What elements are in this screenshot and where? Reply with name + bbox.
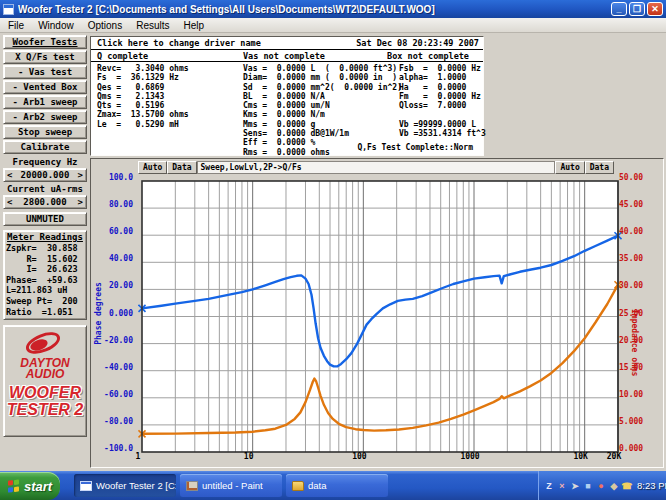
left-data-button[interactable]: Data <box>167 161 196 174</box>
impedance-tick-label: 30.00 <box>619 281 643 290</box>
logo-product-line1: WOOFER <box>4 384 86 401</box>
right-auto-button[interactable]: Auto <box>555 161 584 174</box>
menu-item[interactable]: Options <box>88 20 122 31</box>
mute-button[interactable]: UNMUTED <box>3 212 87 226</box>
taskbar-task-data-folder[interactable]: data <box>286 474 388 497</box>
tray-icon[interactable]: ➤ <box>569 480 581 492</box>
test-button[interactable]: - Arb2 sweep <box>3 110 87 124</box>
taskbar-task-paint[interactable]: untitled - Paint <box>180 474 282 497</box>
frequency-tick-label: 1000 <box>460 452 479 461</box>
close-button[interactable]: ✕ <box>647 2 663 16</box>
parameter-line: Mms = 0.0000 g <box>243 120 402 129</box>
impedance-tick-label: 20.00 <box>619 336 643 345</box>
tray-icon[interactable]: Z <box>543 480 555 492</box>
impedance-tick-label: 35.00 <box>619 254 643 263</box>
test-buttons: X Q/Fs test- Vas test- Vented Box- Arb1 … <box>2 50 89 154</box>
meter-readings-header: Meter Readings <box>6 232 84 242</box>
vas-test-status: Vas not complete <box>243 51 325 61</box>
frequency-decrement[interactable]: < <box>7 169 12 181</box>
sidebar: Woofer Tests X Q/Fs test- Vas test- Vent… <box>2 35 89 469</box>
change-driver-name-button[interactable]: Click here to change driver name <box>97 38 261 48</box>
current-label: Current uA-rms <box>3 184 87 195</box>
menubar: FileWindowOptionsResultsHelp <box>0 18 666 33</box>
frequency-increment[interactable]: > <box>78 169 83 181</box>
left-auto-button[interactable]: Auto <box>138 161 167 174</box>
window-title: Woofer Tester 2 [C:\Documents and Settin… <box>18 4 611 15</box>
task-label: untitled - Paint <box>202 480 263 491</box>
meter-reading-line: Sweep Pt= 200 <box>6 296 84 307</box>
test-button[interactable]: - Vented Box <box>3 80 87 94</box>
tray-icon[interactable]: × <box>556 480 568 492</box>
app-window: Woofer Tester 2 [C:\Documents and Settin… <box>0 0 666 471</box>
chart-toolbar: Auto Data Sweep,LowLvl,2P->Q/Fs Auto Dat… <box>138 161 614 174</box>
impedance-tick-label: 45.00 <box>619 200 643 209</box>
frequency-label: Frequency Hz <box>3 157 87 168</box>
parameter-line: Kms = 0.0000 N/m <box>243 110 402 119</box>
test-button[interactable]: Stop sweep <box>3 125 87 139</box>
phase-tick-label: 80.00 <box>95 200 133 209</box>
meter-reading-line: I= 26.623 <box>6 264 84 275</box>
window-titlebar[interactable]: Woofer Tester 2 [C:\Documents and Settin… <box>0 0 666 18</box>
chart-title: Sweep,LowLvl,2P->Q/Fs <box>197 161 556 174</box>
parameter-line: Qloss= 7.0000 <box>399 101 486 110</box>
start-button[interactable]: start <box>0 472 60 500</box>
phase-tick-label: 20.00 <box>95 281 133 290</box>
menu-item[interactable]: Results <box>136 20 169 31</box>
menu-item[interactable]: Help <box>184 20 205 31</box>
phase-tick-label: 40.00 <box>95 254 133 263</box>
measurement-timestamp: Sat Dec 08 20:23:49 2007 <box>356 38 479 48</box>
current-value: 2800.000 <box>23 196 66 208</box>
tray-icon[interactable]: ☎ <box>621 480 633 492</box>
parameter-line: Ha = 0.0000 <box>399 83 486 92</box>
test-button[interactable]: Calibrate <box>3 140 87 154</box>
windows-flag-icon <box>8 479 20 492</box>
folder-task-icon <box>292 481 304 491</box>
restore-button[interactable]: ❐ <box>629 2 645 16</box>
frequency-tick-label: 10K <box>573 452 587 461</box>
phase-tick-label: 0.000 <box>95 309 133 318</box>
current-increment[interactable]: > <box>78 196 83 208</box>
parameter-line: BL = 0.0000 N/A <box>243 92 402 101</box>
logo-brand-line2: AUDIO <box>4 369 86 380</box>
current-decrement[interactable]: < <box>7 196 12 208</box>
meter-reading-line: Zspkr= 30.858 <box>6 243 84 254</box>
frequency-stepper[interactable]: < 20000.000 > <box>3 168 87 182</box>
impedance-tick-label: 50.00 <box>619 173 643 182</box>
impedance-tick-label: 25.00 <box>619 309 643 318</box>
menu-item[interactable]: Window <box>38 20 74 31</box>
phase-tick-label: 60.00 <box>95 227 133 236</box>
minimize-button[interactable]: _ <box>611 2 627 16</box>
current-stepper[interactable]: < 2800.000 > <box>3 195 87 209</box>
right-data-button[interactable]: Data <box>585 161 614 174</box>
dayton-swoosh-icon <box>23 332 67 358</box>
tray-icon[interactable]: ◆ <box>608 480 620 492</box>
sweep-plot <box>138 177 622 456</box>
taskbar-task-woofer-tester[interactable]: Woofer Tester 2 [C:\... <box>74 474 176 497</box>
driver-parameters-panel: Click here to change driver name Sat Dec… <box>90 36 484 156</box>
menu-item[interactable]: File <box>8 20 24 31</box>
phase-tick-label: -60.00 <box>95 390 133 399</box>
driver-name-header-row: Click here to change driver name Sat Dec… <box>91 37 483 50</box>
taskbar-clock: 8:23 PM <box>637 480 666 491</box>
test-button[interactable]: X Q/Fs test <box>3 50 87 64</box>
phase-tick-label: -20.00 <box>95 336 133 345</box>
frequency-tick-label: 20K <box>607 452 621 461</box>
tray-icon[interactable]: ● <box>595 480 607 492</box>
meter-reading-line: Phase= +59.63 <box>6 275 84 286</box>
phase-tick-label: 100.0 <box>95 173 133 182</box>
parameter-line: Zmax= 13.5700 ohms <box>97 110 189 119</box>
test-button[interactable]: - Arb1 sweep <box>3 95 87 109</box>
impedance-tick-label: 5.000 <box>619 417 643 426</box>
tray-icon[interactable]: ■ <box>582 480 594 492</box>
parameter-line: Revc= 3.3040 ohms <box>97 64 189 73</box>
parameter-line: Diam= 0.0000 mm ( 0.0000 in ) <box>243 73 402 82</box>
box-test-status: Box not complete <box>387 51 469 61</box>
desktop: Woofer Tester 2 [C:\Documents and Settin… <box>0 0 666 500</box>
test-status-row: Q complete Vas not complete Box not comp… <box>91 50 483 62</box>
window-task-icon <box>80 481 92 491</box>
parameter-line <box>399 110 486 119</box>
parameter-line: Qms = 2.1343 <box>97 92 189 101</box>
phase-tick-label: -80.00 <box>95 417 133 426</box>
parameter-line: alpha= 1.0000 <box>399 73 486 82</box>
test-button[interactable]: - Vas test <box>3 65 87 79</box>
